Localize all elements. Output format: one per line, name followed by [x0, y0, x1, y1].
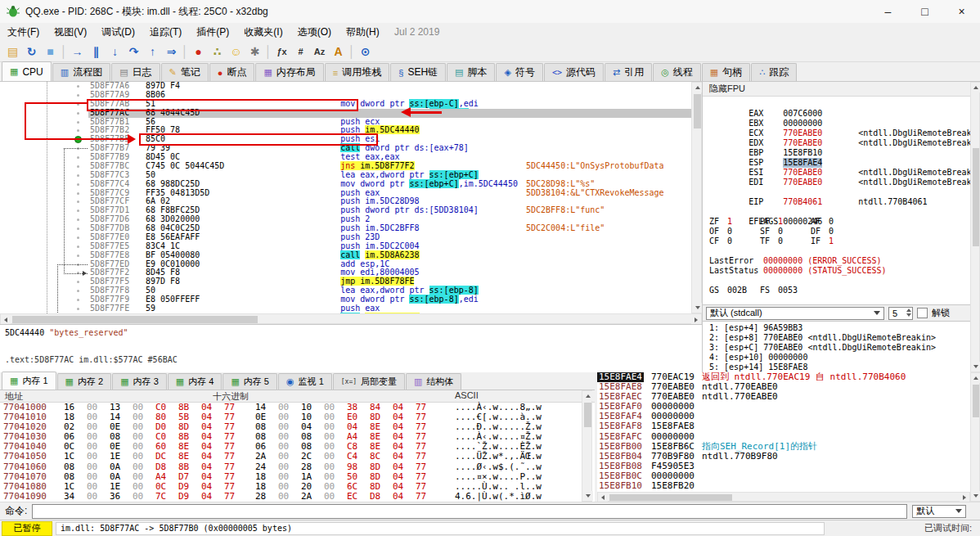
tab-watch-1[interactable]: ◉ 监视 1 — [278, 373, 332, 390]
step-over-icon[interactable]: ↷ — [124, 43, 143, 61]
command-profile-select[interactable]: 默认 — [912, 505, 966, 518]
tab-memory-5[interactable]: ▦ 内存 5 — [223, 373, 277, 390]
tab-struct[interactable]: ▥ 结构体 — [406, 373, 461, 390]
disasm-row[interactable]: 5D8F77FE 59 pop ecx — [0, 304, 691, 313]
argument-row[interactable]: 3: [esp+C] 770EABE0 <ntdll.DbgUiRemoteBr… — [703, 343, 970, 353]
disasm-row[interactable]: 5D8F77E5 83C4 1C add esp,1C — [0, 242, 691, 251]
disasm-hscrollbar[interactable] — [0, 313, 702, 324]
dump-row[interactable]: 77041070 08000A00A4D7047718001A00508D047… — [0, 472, 595, 482]
tab-symbols[interactable]: ◈ 符号 — [496, 63, 542, 81]
step-out-icon[interactable]: ↑ — [143, 43, 162, 61]
dump-vscrollbar[interactable] — [582, 390, 592, 502]
argument-row[interactable]: 2: [esp+8] 770EABE0 <ntdll.DbgUiRemoteBr… — [703, 333, 970, 343]
stack-hscrollbar[interactable] — [597, 492, 970, 502]
dump-row[interactable]: 77041090 340036007CD9047728002A00ECD8047… — [0, 492, 595, 502]
menu-item[interactable]: 帮助(H) — [339, 23, 387, 41]
tab-cpu[interactable]: ▦ CPU — [2, 61, 52, 81]
tab-memory-4[interactable]: ▦ 内存 4 — [168, 373, 223, 390]
scroll-thumb[interactable] — [973, 385, 979, 417]
tab-threads[interactable]: ◎ 线程 — [653, 63, 701, 81]
maximize-button[interactable]: □ — [906, 0, 943, 23]
scroll-down-button[interactable] — [971, 362, 980, 372]
scroll-down-button[interactable] — [971, 491, 980, 501]
disasm-row[interactable]: 5D8F77C4 68 988DC25D push im.5DC28D98 5D… — [0, 180, 691, 189]
settings-gear-icon[interactable]: ✱ — [245, 43, 264, 61]
breakpoint-dot[interactable] — [77, 94, 79, 97]
tab-script[interactable]: ▤ 脚本 — [447, 63, 495, 81]
tab-memory-map[interactable]: ▦ 内存布局 — [255, 63, 323, 81]
cpu-flag[interactable]: ZF1 — [709, 217, 760, 227]
fx-icon[interactable]: ƒx — [272, 43, 291, 61]
toolbar-separator[interactable]: │ — [60, 43, 68, 61]
step-into-icon[interactable]: ↓ — [106, 43, 124, 61]
hash-icon[interactable]: # — [291, 43, 310, 61]
run-to-cursor-icon[interactable]: ⇒ — [162, 43, 181, 61]
tab-notes[interactable]: ✎ 笔记 — [161, 63, 209, 81]
disassembly-pane[interactable]: 5D8F77A6 897D F4 mov dword ptr ss:[ebp-C… — [0, 82, 702, 313]
stack-pane[interactable]: 15E8FAE4 770EAC19 返回到 ntdll.770EAC19 自 n… — [597, 372, 970, 492]
unlock-checkbox[interactable] — [917, 308, 928, 318]
cpu-flag[interactable]: PF1 — [760, 217, 811, 227]
cpu-flag[interactable]: CF0 — [709, 236, 760, 246]
scroll-thumb[interactable] — [694, 94, 701, 128]
cpu-flag[interactable]: DF0 — [811, 227, 861, 236]
scroll-up-button[interactable] — [971, 83, 980, 92]
cpu-flag[interactable]: AF0 — [811, 217, 861, 227]
tab-memory-3[interactable]: ▦ 内存 3 — [112, 373, 167, 390]
hide-fpu-button[interactable]: 隐藏FPU — [703, 83, 752, 95]
convention-select[interactable]: 默认 (stdcall) — [706, 307, 884, 320]
menu-item[interactable]: 文件(F) — [0, 23, 47, 41]
scroll-down-button[interactable] — [692, 303, 702, 313]
info-search-icon[interactable]: ⊙ — [356, 43, 375, 61]
smiley-icon[interactable]: ☺ — [227, 43, 245, 61]
disasm-row[interactable]: 5D8F77E8 BF 05400080 mov edi,80004005 — [0, 251, 691, 260]
menu-item[interactable]: 追踪(T) — [142, 23, 189, 41]
breakpoint-dot[interactable] — [77, 112, 79, 115]
breakpoint-dot[interactable] — [77, 129, 79, 132]
open-file-icon[interactable]: ▤ — [3, 43, 22, 61]
scroll-thumb[interactable] — [584, 403, 591, 427]
stop-icon[interactable]: ■ — [41, 43, 60, 61]
scroll-thumb[interactable] — [973, 148, 979, 246]
stack-row[interactable]: 15E8FAFC 00000000 — [597, 432, 970, 442]
argument-count-stepper[interactable]: 5 — [888, 307, 913, 320]
tab-breakpoints[interactable]: ● 断点 — [209, 63, 255, 81]
toolbar-separator[interactable]: │ — [181, 43, 189, 61]
tab-log[interactable]: ▤ 日志 — [111, 63, 160, 81]
scroll-thumb[interactable] — [609, 494, 732, 501]
tab-source[interactable]: <> 源代码 — [544, 63, 604, 81]
dump-row[interactable]: 77041060 08000A00D88B047724002800988D047… — [0, 462, 595, 472]
menu-item[interactable]: 收藏夹(I) — [236, 23, 290, 41]
tab-locals[interactable]: [x=] 局部变量 — [333, 373, 405, 390]
stack-row[interactable]: 15E8FAF8 15E8FAE8 — [597, 421, 970, 431]
registers-vscrollbar[interactable] — [970, 82, 980, 372]
tab-handles[interactable]: ▦ 句柄 — [702, 63, 750, 81]
scroll-thumb[interactable] — [12, 316, 258, 323]
tab-trace[interactable]: ∴ 跟踪 — [751, 63, 797, 81]
breakpoint-dot[interactable] — [77, 121, 79, 124]
breakpoint-icon[interactable]: ● — [189, 43, 208, 61]
az-icon[interactable]: Az — [310, 43, 329, 61]
argument-row[interactable]: 1: [esp+4] 96A59BB3 — [703, 323, 970, 333]
tab-memory-1[interactable]: ▦ 内存 1 — [2, 372, 56, 390]
tab-references[interactable]: ⇄ 引用 — [605, 63, 652, 81]
toolbar-separator[interactable]: │ — [264, 43, 272, 61]
scroll-up-button[interactable] — [582, 391, 593, 401]
memory-dump-pane[interactable]: 地址 十六进制 ASCII 77041000 16001300C08B04771… — [0, 390, 595, 502]
disasm-row[interactable]: 5D8F77C3 50 push eax — [0, 171, 691, 180]
scroll-down-button[interactable] — [582, 491, 593, 501]
stack-vscrollbar[interactable] — [970, 372, 980, 502]
breakpoint-dot[interactable] — [77, 85, 79, 88]
disasm-vscrollbar[interactable] — [691, 82, 702, 313]
trace-icon[interactable]: ∴ — [208, 43, 227, 61]
tab-memory-2[interactable]: ▦ 内存 2 — [57, 373, 112, 390]
menu-item[interactable]: 视图(V) — [47, 23, 94, 41]
command-input[interactable] — [32, 504, 907, 519]
toolbar-separator[interactable]: │ — [348, 43, 356, 61]
register-row[interactable]: EAX007C6000 — [703, 99, 970, 109]
dump-row[interactable]: 77041050 1C001E00DC8E04772A002C00C48C047… — [0, 452, 595, 462]
highlight-icon[interactable]: A — [329, 43, 348, 61]
scroll-up-button[interactable] — [971, 373, 980, 383]
cpu-flag[interactable]: SF0 — [760, 227, 811, 236]
cpu-flag[interactable]: TF0 — [760, 236, 811, 246]
